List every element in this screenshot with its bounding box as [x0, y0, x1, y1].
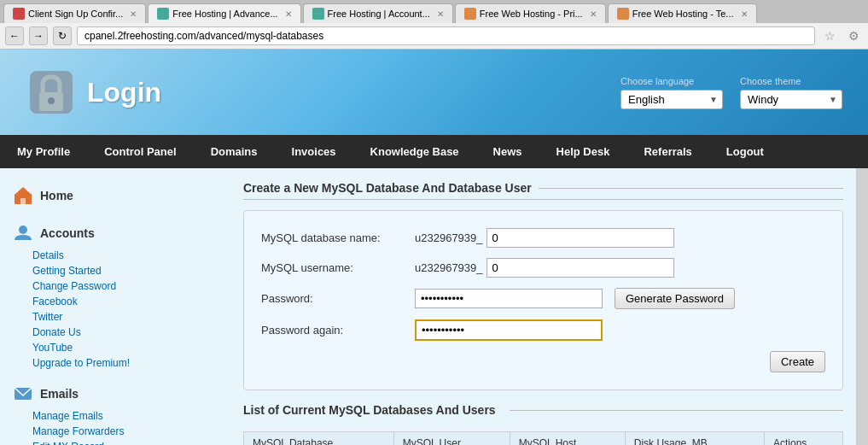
password-row: Password: Generate Password — [261, 288, 825, 309]
scrollbar[interactable] — [856, 168, 868, 445]
svg-point-6 — [19, 225, 27, 234]
question-tab-icon-2 — [617, 8, 629, 20]
hosting-tab-icon-1 — [157, 8, 169, 20]
forward-button[interactable]: → — [29, 26, 48, 45]
tab-advance-label: Free Hosting | Advance... — [172, 9, 277, 19]
nav-invoices[interactable]: Invoices — [275, 135, 353, 168]
svg-rect-5 — [20, 198, 26, 204]
lock-icon — [26, 67, 77, 118]
tab-fwh2-close[interactable]: ✕ — [741, 9, 748, 19]
list-section-title: List of Current MySQL Databases And User… — [243, 403, 496, 417]
email-icon — [13, 384, 33, 404]
svg-marker-4 — [15, 187, 32, 195]
create-db-section: Create a New MySQL Database And Database… — [243, 181, 843, 390]
sidebar: Home Accounts Details Getting Started Ch… — [0, 168, 230, 445]
col-actions: Actions — [764, 432, 842, 446]
svg-point-2 — [48, 97, 55, 104]
sidebar-home[interactable]: Home — [0, 181, 230, 210]
nav-help-desk[interactable]: Help Desk — [539, 135, 627, 168]
theme-label: Choose theme — [740, 76, 842, 86]
tab-advance-close[interactable]: ✕ — [285, 9, 292, 19]
login-logo: Login — [26, 67, 161, 118]
username-input[interactable] — [486, 258, 674, 278]
nav-referrals[interactable]: Referrals — [626, 135, 708, 168]
address-bar[interactable] — [77, 26, 815, 45]
nav-control-panel[interactable]: Control Panel — [87, 135, 194, 168]
list-section-header: List of Current MySQL Databases And User… — [243, 403, 843, 421]
sidebar-accounts-section: Accounts Details Getting Started Change … — [0, 219, 230, 371]
accounts-icon — [13, 223, 33, 243]
sidebar-link-youtube[interactable]: YouTube — [32, 340, 230, 355]
nav-logout[interactable]: Logout — [709, 135, 781, 168]
password-again-input-group — [415, 319, 603, 341]
main-content: Create a New MySQL Database And Database… — [230, 168, 856, 445]
db-name-row: MySQL database name: u232967939_ — [261, 228, 825, 248]
tab-account[interactable]: Free Hosting | Account... ✕ — [303, 3, 453, 23]
generate-password-button[interactable]: Generate Password — [615, 288, 735, 309]
username-label: MySQL username: — [261, 261, 415, 274]
tab-gmail-close[interactable]: ✕ — [130, 9, 137, 19]
create-form: MySQL database name: u232967939_ MySQL u… — [243, 210, 843, 390]
emails-label: Emails — [40, 387, 79, 401]
db-name-input[interactable] — [486, 228, 674, 248]
sidebar-link-donate-us[interactable]: Donate Us — [32, 325, 230, 340]
home-label: Home — [40, 189, 73, 202]
password-again-label: Password again: — [261, 324, 415, 337]
accounts-label: Accounts — [40, 226, 95, 240]
tab-fwh1-close[interactable]: ✕ — [590, 9, 597, 19]
create-button-row: Create — [261, 351, 825, 372]
password-again-input[interactable] — [415, 319, 603, 341]
sidebar-link-manage-emails[interactable]: Manage Emails — [32, 408, 230, 424]
password-input-group: Generate Password — [415, 288, 735, 309]
reload-button[interactable]: ↻ — [53, 26, 72, 45]
browser-tabs: Client Sign Up Confir... ✕ Free Hosting … — [0, 0, 868, 23]
sidebar-link-facebook[interactable]: Facebook — [32, 294, 230, 309]
sidebar-accounts: Accounts — [0, 219, 230, 248]
tab-account-close[interactable]: ✕ — [437, 9, 444, 19]
page-header: Login Choose language English French Ger… — [0, 50, 868, 135]
language-select[interactable]: English French German — [620, 90, 723, 109]
back-button[interactable]: ← — [5, 26, 24, 45]
login-title: Login — [87, 77, 161, 108]
col-mysql-user: MySQL User — [393, 432, 510, 446]
header-controls: Choose language English French German Ch… — [620, 76, 842, 109]
nav-news[interactable]: News — [476, 135, 539, 168]
create-button[interactable]: Create — [770, 351, 825, 372]
nav-domains[interactable]: Domains — [194, 135, 275, 168]
language-control: Choose language English French German — [620, 76, 723, 109]
accounts-links: Details Getting Started Change Password … — [0, 248, 230, 371]
bookmark-icon[interactable]: ☆ — [820, 26, 839, 45]
sidebar-link-edit-mx-record[interactable]: Edit MX Record — [32, 439, 230, 445]
question-tab-icon-1 — [464, 8, 476, 20]
tab-fwh2[interactable]: Free Web Hosting - Te... ✕ — [608, 3, 757, 23]
col-mysql-database: MySQL Database — [244, 432, 394, 446]
tab-advance[interactable]: Free Hosting | Advance... ✕ — [148, 3, 300, 23]
sidebar-link-change-password[interactable]: Change Password — [32, 278, 230, 294]
main-nav: My Profile Control Panel Domains Invoice… — [0, 135, 868, 168]
sidebar-link-twitter[interactable]: Twitter — [32, 309, 230, 325]
db-name-input-group: u232967939_ — [415, 228, 674, 248]
settings-icon[interactable]: ⚙ — [844, 26, 863, 45]
tab-account-label: Free Hosting | Account... — [328, 9, 430, 19]
theme-select[interactable]: Windy Default Dark — [740, 90, 842, 109]
hosting-tab-icon-2 — [312, 8, 324, 20]
tab-fwh1[interactable]: Free Web Hosting - Pri... ✕ — [455, 3, 606, 23]
username-row: MySQL username: u232967939_ — [261, 258, 825, 278]
sidebar-link-manage-forwarders[interactable]: Manage Forwarders — [32, 424, 230, 439]
sidebar-link-getting-started[interactable]: Getting Started — [32, 263, 230, 278]
tab-gmail[interactable]: Client Sign Up Confir... ✕ — [3, 3, 146, 23]
db-table-header-row: MySQL Database MySQL User MySQL Host Dis… — [244, 432, 843, 446]
home-icon — [13, 185, 33, 206]
theme-control: Choose theme Windy Default Dark — [740, 76, 842, 109]
password-label: Password: — [261, 292, 415, 305]
sidebar-link-details[interactable]: Details — [32, 248, 230, 263]
nav-my-profile[interactable]: My Profile — [0, 135, 87, 168]
password-input[interactable] — [415, 289, 603, 308]
sidebar-home-section: Home — [0, 181, 230, 210]
browser-toolbar: ← → ↻ ☆ ⚙ — [0, 23, 868, 50]
nav-knowledge-base[interactable]: Knowledge Base — [353, 135, 476, 168]
theme-select-wrapper: Windy Default Dark — [740, 90, 842, 109]
sidebar-link-upgrade[interactable]: Upgrade to Premium! — [32, 355, 230, 371]
language-select-wrapper: English French German — [620, 90, 723, 109]
username-input-group: u232967939_ — [415, 258, 674, 278]
